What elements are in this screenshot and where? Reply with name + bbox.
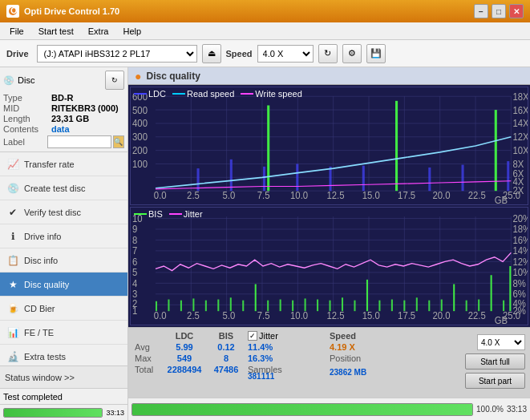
max-label: Max: [135, 353, 163, 363]
type-label: Type: [3, 93, 51, 103]
jitter-checkbox[interactable]: ✓: [248, 331, 257, 341]
svg-rect-84: [205, 301, 207, 311]
svg-rect-92: [305, 298, 306, 311]
speed-select-stats[interactable]: 4.0 X: [477, 334, 525, 350]
sidebar-item-transfer-rate[interactable]: 📈 Transfer rate: [0, 152, 127, 176]
svg-text:17.5: 17.5: [398, 190, 415, 202]
settings-button[interactable]: ⚙: [342, 44, 362, 63]
svg-text:10X: 10X: [512, 145, 528, 157]
svg-text:2.5: 2.5: [187, 310, 200, 322]
start-full-button[interactable]: Start full: [465, 353, 525, 370]
svg-rect-107: [491, 275, 492, 311]
svg-text:10.0: 10.0: [290, 190, 308, 202]
svg-text:16X: 16X: [512, 104, 528, 116]
minimize-button[interactable]: −: [474, 4, 488, 18]
speed-label: Speed: [226, 49, 253, 59]
maximize-button[interactable]: □: [492, 4, 506, 18]
menu-extra[interactable]: Extra: [82, 25, 115, 38]
disc-mid-row: MID RITEKBR3 (000): [3, 103, 124, 113]
progress-percent: 100.0%: [476, 405, 504, 414]
charts-container: LDC Read speed Write speed: [128, 85, 530, 327]
create-test-disc-icon: 💿: [6, 182, 19, 195]
stats-header-row: LDC BIS ✓ Jitter Speed: [135, 331, 386, 341]
svg-text:20.0: 20.0: [432, 190, 450, 202]
samples-value: 381111: [248, 372, 328, 381]
menu-help[interactable]: Help: [116, 25, 148, 38]
empty6: [135, 372, 163, 381]
type-value: BD-R: [51, 93, 74, 103]
fe-te-label: FE / TE: [24, 328, 54, 337]
sidebar-item-disc-quality[interactable]: ★ Disc quality: [0, 273, 127, 297]
empty-header: [135, 331, 163, 341]
svg-rect-82: [180, 301, 182, 311]
svg-rect-93: [317, 300, 318, 312]
svg-text:4: 4: [132, 277, 138, 289]
sidebar-progress-outer: [3, 408, 103, 418]
disc-refresh-button[interactable]: ↻: [105, 71, 124, 90]
sidebar-item-create-test-disc[interactable]: 💿 Create test disc: [0, 176, 127, 200]
label-input[interactable]: [47, 135, 111, 148]
ldc-col-header: LDC: [164, 331, 204, 341]
svg-rect-81: [168, 300, 169, 312]
svg-text:O: O: [10, 6, 18, 15]
sidebar-item-drive-info[interactable]: ℹ Drive info: [0, 224, 127, 248]
svg-text:100: 100: [132, 158, 148, 170]
extra-tests-icon: 🔬: [6, 350, 19, 363]
svg-text:7.5: 7.5: [257, 190, 270, 202]
status-window[interactable]: Status window >>: [0, 365, 127, 388]
disc-header: 💿 Disc ↻: [3, 71, 124, 90]
cd-bier-label: CD Bier: [24, 304, 55, 313]
progress-bar-inner: [132, 404, 472, 415]
svg-text:18%: 18%: [512, 224, 528, 236]
svg-text:300: 300: [132, 131, 148, 143]
speed-select-toolbar[interactable]: 4.0 X: [257, 45, 314, 63]
sidebar-item-fe-te[interactable]: 📊 FE / TE: [0, 321, 127, 345]
sidebar-item-verify-test-disc[interactable]: ✔ Verify test disc: [0, 200, 127, 224]
menu-file[interactable]: File: [3, 25, 30, 38]
disc-label-row: Label 🔍: [3, 135, 124, 148]
svg-text:20.0: 20.0: [432, 310, 450, 322]
max-ldc: 549: [164, 353, 204, 363]
sidebar-time: 33:13: [106, 409, 124, 417]
position-label: Position: [330, 353, 386, 363]
create-test-disc-label: Create test disc: [24, 184, 85, 193]
transfer-rate-label: Transfer rate: [24, 160, 75, 169]
status-text: Test completed: [3, 392, 63, 402]
svg-rect-99: [391, 300, 393, 312]
svg-rect-90: [280, 300, 281, 312]
start-part-button[interactable]: Start part: [465, 373, 525, 389]
disc-icon-area: 💿 Disc: [3, 75, 34, 86]
svg-text:5: 5: [132, 267, 138, 279]
save-button[interactable]: 💾: [366, 44, 386, 63]
sidebar-item-cd-bier[interactable]: 🍺 CD Bier: [0, 297, 127, 321]
label-button[interactable]: 🔍: [113, 135, 124, 148]
eject-button[interactable]: ⏏: [202, 44, 221, 63]
menu-start-test[interactable]: Start test: [32, 25, 80, 38]
svg-rect-88: [255, 284, 257, 311]
stats-avg-row: Avg 5.99 0.12 11.4% 4.19 X: [135, 342, 386, 352]
status-window-label: Status window >>: [5, 373, 75, 382]
svg-rect-26: [330, 167, 332, 191]
close-button[interactable]: ✕: [509, 4, 524, 18]
drive-select[interactable]: (J:) ATAPI iHBS312 2 PL17: [37, 45, 197, 63]
svg-rect-32: [507, 161, 509, 191]
svg-text:GB: GB: [495, 314, 508, 325]
legend-read-speed: Read speed: [172, 89, 234, 99]
svg-text:12X: 12X: [512, 131, 528, 143]
svg-text:5.0: 5.0: [222, 190, 235, 202]
ldc-label: LDC: [148, 89, 166, 99]
empty7: [164, 372, 204, 381]
stats-table: LDC BIS ✓ Jitter Speed Avg 5.99 0.12 11.…: [135, 331, 386, 381]
sidebar-item-disc-info[interactable]: 📋 Disc info: [0, 248, 127, 273]
svg-rect-27: [362, 166, 365, 191]
sidebar-item-extra-tests[interactable]: 🔬 Extra tests: [0, 345, 127, 365]
svg-text:15.0: 15.0: [362, 310, 380, 322]
extra-tests-label: Extra tests: [24, 352, 66, 361]
disc-quality-icon: ★: [6, 278, 19, 291]
refresh-button[interactable]: ↻: [318, 44, 338, 63]
svg-rect-87: [242, 301, 244, 311]
panel-title: Disc quality: [146, 71, 200, 82]
nav-items: 📈 Transfer rate 💿 Create test disc ✔ Ver…: [0, 152, 127, 365]
label-label: Label: [3, 137, 46, 147]
status-text-area: Test completed: [0, 388, 127, 404]
